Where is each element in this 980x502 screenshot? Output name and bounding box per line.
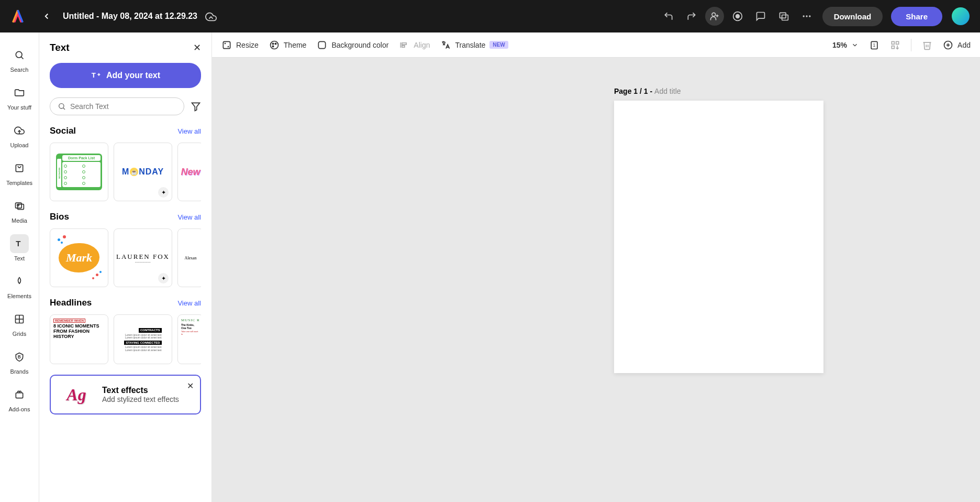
zoom-dropdown[interactable]: 15%: [832, 41, 859, 49]
help-button[interactable]: [728, 7, 747, 26]
svg-point-0: [712, 13, 716, 16]
cloud-sync-icon[interactable]: [205, 11, 216, 21]
svg-rect-28: [223, 41, 230, 48]
text-effects-icon: Ag: [58, 383, 95, 406]
translate-button[interactable]: Translate NEW: [440, 40, 508, 50]
download-button[interactable]: Download: [822, 7, 883, 26]
search-text-input-wrap[interactable]: [50, 97, 184, 115]
template-thumb[interactable]: New: [177, 143, 201, 201]
search-text-input[interactable]: [70, 102, 176, 111]
present-button[interactable]: [774, 7, 793, 26]
svg-rect-36: [402, 45, 405, 47]
svg-text:T: T: [16, 239, 20, 248]
undo-button[interactable]: [659, 7, 678, 26]
template-thumb[interactable]: REMEMBER WHEN 8 ICONIC MOMENTS FROM FASH…: [50, 314, 108, 364]
svg-point-9: [809, 15, 810, 17]
invite-button[interactable]: [705, 7, 724, 26]
align-button: Align: [399, 40, 430, 50]
template-thumb[interactable]: M☕NDAY ✦: [114, 143, 172, 201]
background-icon: [317, 40, 327, 50]
page-info[interactable]: Page 1 / 1 - Add title: [614, 87, 681, 95]
template-thumb[interactable]: LAUREN FOX ━━━━━━━━━━ ✦: [114, 228, 172, 287]
share-button[interactable]: Share: [891, 7, 942, 26]
redo-button[interactable]: [682, 7, 701, 26]
grids-icon: [10, 310, 29, 329]
template-thumb[interactable]: BEDROOM Dorm Pack List: [50, 143, 108, 201]
chevron-down-icon: [851, 41, 859, 49]
svg-point-32: [272, 46, 274, 47]
svg-text:1: 1: [873, 42, 876, 48]
app-header: Untitled - May 08, 2024 at 12.29.23 Down…: [0, 0, 980, 32]
adobe-logo: [10, 9, 25, 24]
theme-button[interactable]: Theme: [269, 40, 307, 50]
view-all-bios[interactable]: View all: [177, 213, 201, 221]
user-avatar[interactable]: [952, 7, 970, 25]
trash-icon: [922, 40, 932, 50]
svg-marker-27: [192, 103, 200, 111]
plus-circle-icon: [943, 40, 953, 50]
templates-icon: [10, 159, 29, 178]
rail-yourstuff[interactable]: Your stuff: [0, 78, 39, 116]
upload-icon: [10, 121, 29, 140]
section-social: Social View all BEDROOM Dorm Pack List M…: [50, 126, 201, 201]
arrange-icon: [890, 40, 900, 50]
add-page-button[interactable]: Add: [943, 40, 971, 50]
more-button[interactable]: [797, 7, 816, 26]
section-headlines: Headlines View all REMEMBER WHEN 8 ICONI…: [50, 298, 201, 364]
document-title[interactable]: Untitled - May 08, 2024 at 12.29.23: [63, 12, 197, 21]
svg-rect-21: [16, 393, 23, 398]
section-title-headlines: Headlines: [50, 298, 92, 308]
rail-elements[interactable]: Elements: [0, 267, 39, 304]
workspace: Resize Theme Background color Align Tran…: [212, 32, 980, 502]
view-all-headlines[interactable]: View all: [177, 299, 201, 307]
new-badge: NEW: [489, 41, 508, 49]
close-effects-button[interactable]: ✕: [187, 381, 194, 391]
svg-rect-35: [402, 42, 406, 44]
text-icon: T: [10, 234, 29, 253]
rail-grids[interactable]: Grids: [0, 304, 39, 342]
template-thumb[interactable]: CONTRACTS Lorem ipsum dolor sit amet tex…: [114, 314, 172, 364]
folder-icon: [10, 83, 29, 102]
svg-point-4: [736, 15, 739, 18]
text-panel: Text ✕ T Add your text Social: [39, 32, 212, 502]
effects-title: Text effects: [102, 386, 179, 395]
view-all-social[interactable]: View all: [177, 127, 201, 135]
duplicate-page-button[interactable]: 1: [869, 40, 879, 50]
duplicate-icon: 1: [869, 40, 879, 50]
addons-icon: [10, 385, 29, 404]
rail-search[interactable]: Search: [0, 40, 39, 78]
rail-templates[interactable]: Templates: [0, 154, 39, 191]
rail-text[interactable]: T Text: [0, 229, 39, 267]
rail-upload[interactable]: Upload: [0, 116, 39, 154]
filter-button[interactable]: [191, 101, 201, 112]
add-your-text-button[interactable]: T Add your text: [50, 63, 201, 88]
template-thumb[interactable]: Mark: [50, 228, 108, 287]
media-icon: [10, 197, 29, 215]
rail-brands[interactable]: B Brands: [0, 342, 39, 380]
comment-button[interactable]: [751, 7, 770, 26]
svg-line-11: [21, 57, 23, 59]
canvas-area[interactable]: Page 1 / 1 - Add title: [212, 58, 980, 502]
rail-media[interactable]: Media: [0, 191, 39, 229]
svg-text:T: T: [92, 71, 96, 79]
delete-button: [922, 40, 932, 50]
template-thumb[interactable]: Alexan: [177, 228, 201, 287]
rail-addons[interactable]: Add-ons: [0, 380, 39, 418]
animated-badge-icon: ✦: [158, 187, 169, 198]
back-button[interactable]: [38, 8, 55, 25]
section-title-bios: Bios: [50, 212, 69, 222]
template-thumb[interactable]: MUSIC R The Kinks, One Too Take one will…: [177, 314, 201, 364]
svg-text:B: B: [18, 354, 21, 359]
canvas-page[interactable]: [614, 101, 823, 373]
arrange-button: [890, 40, 900, 50]
canvas-toolbar: Resize Theme Background color Align Tran…: [212, 32, 980, 58]
svg-rect-41: [892, 46, 894, 48]
resize-button[interactable]: Resize: [221, 40, 259, 50]
svg-point-30: [272, 43, 274, 45]
svg-point-25: [59, 104, 64, 108]
text-effects-card[interactable]: Ag Text effects Add stylized text effect…: [50, 375, 201, 414]
resize-icon: [221, 40, 232, 50]
close-panel-button[interactable]: ✕: [193, 42, 201, 53]
background-color-button[interactable]: Background color: [317, 40, 388, 50]
align-icon: [399, 40, 409, 50]
